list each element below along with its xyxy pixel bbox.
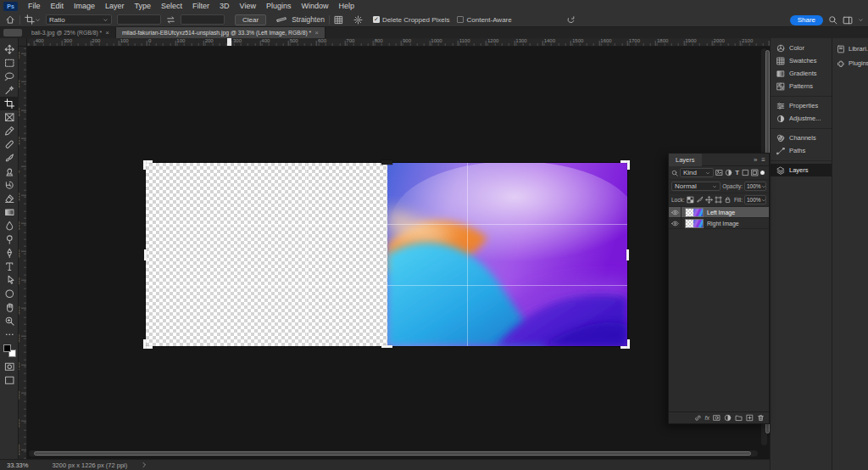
horizontal-ruler[interactable]: 4003002001000100200300400500600700800900… bbox=[27, 38, 770, 47]
filter-adjustment-icon[interactable] bbox=[725, 169, 732, 176]
dock-item-layers[interactable]: Layers bbox=[771, 164, 832, 176]
panel-menu-icon[interactable]: ≡ bbox=[761, 156, 765, 164]
crop-handle-top-center[interactable] bbox=[381, 160, 392, 165]
menu-filter[interactable]: Filter bbox=[187, 0, 214, 13]
layer-style-fx-icon[interactable]: fx bbox=[705, 415, 709, 421]
rail-item-librari[interactable]: Librari... bbox=[832, 42, 868, 56]
lasso-tool[interactable] bbox=[0, 70, 19, 83]
dock-item-properties[interactable]: Properties bbox=[771, 99, 832, 112]
filter-smart-object-icon[interactable] bbox=[751, 169, 759, 176]
dock-item-swatches[interactable]: Swatches bbox=[771, 54, 832, 67]
crop-tool[interactable] bbox=[0, 97, 19, 110]
layer-name[interactable]: Left Image bbox=[707, 210, 735, 215]
menu-select[interactable]: Select bbox=[156, 0, 187, 13]
layer-visibility-eye-icon[interactable] bbox=[669, 207, 682, 218]
scrollbar-thumb[interactable] bbox=[34, 451, 751, 456]
layer-visibility-eye-icon[interactable] bbox=[669, 218, 682, 229]
chevron-down-icon[interactable] bbox=[858, 17, 864, 23]
layer-row-right-image[interactable]: Right Image bbox=[669, 218, 769, 229]
filter-shape-icon[interactable] bbox=[742, 169, 749, 176]
new-group-icon[interactable] bbox=[735, 414, 743, 422]
move-tool[interactable] bbox=[0, 42, 19, 56]
menu-image[interactable]: Image bbox=[69, 0, 100, 13]
new-layer-icon[interactable] bbox=[746, 414, 754, 422]
menu-window[interactable]: Window bbox=[297, 0, 334, 13]
pen-tool[interactable] bbox=[0, 246, 19, 260]
eyedropper-tool[interactable] bbox=[0, 124, 19, 137]
marquee-tool[interactable] bbox=[0, 56, 19, 70]
foreground-color-swatch[interactable] bbox=[3, 344, 11, 352]
path-selection-tool[interactable] bbox=[0, 273, 19, 287]
menu-help[interactable]: Help bbox=[334, 0, 360, 13]
workspace-switcher-icon[interactable] bbox=[843, 15, 853, 25]
menu-layer[interactable]: Layer bbox=[100, 0, 130, 13]
crop-overlay-options-icon[interactable] bbox=[334, 15, 343, 25]
type-tool[interactable] bbox=[0, 260, 19, 273]
crop-handle-top-right[interactable] bbox=[621, 160, 630, 169]
dock-item-channels[interactable]: Channels bbox=[771, 131, 832, 144]
quick-mask-button[interactable] bbox=[0, 360, 19, 373]
close-tab-icon[interactable]: × bbox=[105, 30, 109, 36]
collapse-panel-icon[interactable]: » bbox=[754, 156, 757, 164]
foreground-background-swatch[interactable] bbox=[3, 344, 16, 357]
hand-tool[interactable] bbox=[0, 300, 19, 314]
zoom-tool[interactable] bbox=[0, 314, 19, 327]
blur-tool[interactable] bbox=[0, 219, 19, 232]
shape-tool[interactable] bbox=[0, 287, 19, 300]
lock-transparent-pixels-icon[interactable] bbox=[687, 196, 694, 204]
status-options-chevron-icon[interactable] bbox=[141, 462, 147, 468]
content-aware-checkbox[interactable]: Content-Aware bbox=[457, 16, 511, 24]
reset-crop-icon[interactable] bbox=[566, 15, 576, 25]
lock-all-icon[interactable] bbox=[724, 196, 732, 204]
filter-type-icon[interactable]: T bbox=[734, 169, 740, 176]
crop-handle-bottom-left[interactable] bbox=[143, 340, 152, 349]
history-brush-tool[interactable] bbox=[0, 178, 19, 192]
rail-item-plugins[interactable]: Plugins bbox=[832, 56, 868, 70]
menu-plugins[interactable]: Plugins bbox=[261, 0, 297, 13]
dock-item-patterns[interactable]: Patterns bbox=[771, 80, 832, 92]
layer-search-icon[interactable] bbox=[671, 170, 678, 176]
screen-mode-button[interactable] bbox=[0, 373, 19, 387]
layer-name[interactable]: Right Image bbox=[707, 221, 739, 227]
document-canvas[interactable] bbox=[146, 163, 627, 346]
link-layers-icon[interactable] bbox=[694, 414, 702, 422]
filter-image-icon[interactable] bbox=[715, 169, 723, 176]
crop-handle-right-center[interactable] bbox=[626, 249, 629, 260]
delete-cropped-pixels-checkbox[interactable]: ✓ Delete Cropped Pixels bbox=[373, 16, 450, 24]
menu-3d[interactable]: 3D bbox=[214, 0, 235, 13]
menu-view[interactable]: View bbox=[235, 0, 261, 13]
menu-type[interactable]: Type bbox=[130, 0, 157, 13]
document-tab-1[interactable]: bali-3.jpg @ 25% (RGB/8) *× bbox=[25, 27, 116, 38]
crop-handle-bottom-right[interactable] bbox=[621, 340, 630, 349]
document-tab-2[interactable]: milad-fakurian-EBUfcyxz514-unsplash.jpg … bbox=[116, 27, 326, 38]
dock-item-adjustme[interactable]: Adjustme... bbox=[771, 112, 832, 125]
layer-thumbnail[interactable] bbox=[685, 219, 704, 228]
straighten-icon[interactable] bbox=[276, 14, 287, 25]
more-tools-button[interactable] bbox=[0, 327, 19, 341]
crop-tool-options-icon[interactable] bbox=[25, 14, 35, 25]
menu-file[interactable]: File bbox=[23, 0, 46, 13]
gradient-tool[interactable] bbox=[0, 205, 19, 219]
brush-tool[interactable] bbox=[0, 151, 19, 165]
fill-select[interactable]: 100% bbox=[744, 195, 766, 204]
new-adjustment-layer-icon[interactable] bbox=[724, 414, 732, 422]
clear-button[interactable]: Clear bbox=[235, 14, 266, 25]
dock-item-paths[interactable]: Paths bbox=[771, 144, 832, 157]
zoom-level[interactable]: 33.33% bbox=[7, 462, 28, 469]
lock-position-icon[interactable] bbox=[705, 196, 713, 204]
ratio-height-input[interactable] bbox=[181, 14, 225, 25]
crop-handle-left-center[interactable] bbox=[144, 249, 147, 260]
dodge-tool[interactable] bbox=[0, 232, 19, 246]
vertical-ruler[interactable]: 4003002001000100200300400500600700800900… bbox=[19, 47, 27, 459]
layers-panel-title[interactable]: Layers bbox=[669, 154, 702, 166]
crop-handle-top-left[interactable] bbox=[143, 160, 152, 169]
crop-settings-gear-icon[interactable] bbox=[353, 15, 363, 25]
close-tab-icon[interactable]: × bbox=[314, 30, 319, 36]
home-icon[interactable] bbox=[5, 14, 15, 25]
dock-item-color[interactable]: Color bbox=[771, 42, 832, 54]
chevron-down-icon[interactable] bbox=[35, 17, 41, 23]
aspect-ratio-select[interactable]: Ratio bbox=[46, 14, 112, 25]
opacity-select[interactable]: 100% bbox=[744, 182, 766, 191]
search-icon[interactable] bbox=[828, 15, 837, 25]
object-selection-tool[interactable] bbox=[0, 83, 19, 97]
